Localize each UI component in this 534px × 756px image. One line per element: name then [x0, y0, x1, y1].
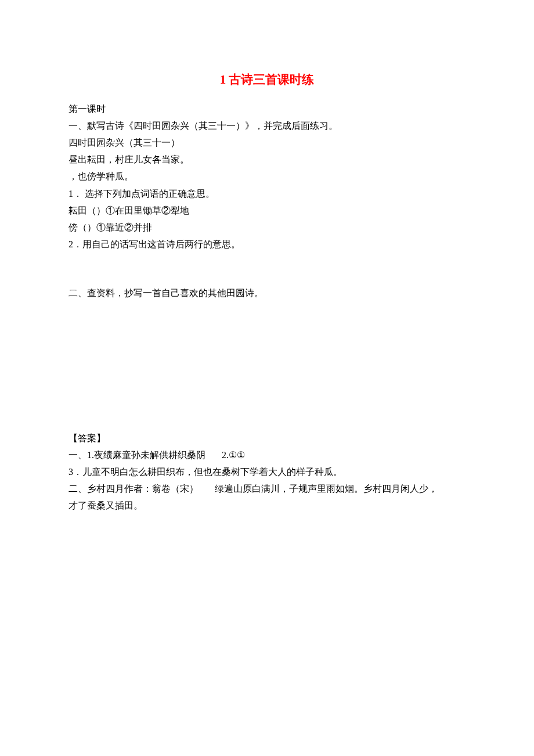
question-1-sub2: 2．用自己的话写出这首诗后两行的意思。: [68, 236, 466, 252]
answer-2-line1: 二、乡村四月作者：翁卷（宋）绿遍山原白满川，子规声里雨如烟。乡村四月闲人少，: [68, 481, 466, 496]
answer-1-line1: 一、1.夜绩麻童孙未解供耕织桑阴2.①①: [68, 447, 466, 463]
answer-1-part1: 一、1.夜绩麻童孙未解供耕织桑阴: [68, 450, 205, 460]
question-2-heading: 二、查资料，抄写一首自己喜欢的其他田园诗。: [68, 285, 466, 301]
question-1-sub1: 1． 选择下列加点词语的正确意思。: [68, 186, 466, 201]
question-1-sub1-option1: 耘田（）①在田里锄草②犁地: [68, 203, 466, 218]
question-1-sub1-option2: 傍（）①靠近②并排: [68, 219, 466, 235]
answer-1-part2: 2.①①: [222, 450, 245, 460]
lesson-header: 第一课时: [68, 101, 466, 117]
answer-2-part2: 绿遍山原白满川，子规声里雨如烟。乡村四月闲人少，: [215, 484, 438, 494]
document-title: 1 古诗三首课时练: [68, 70, 466, 91]
poem-line-2: ，也傍学种瓜。: [68, 168, 466, 184]
answers-header: 【答案】: [68, 430, 466, 446]
question-1-heading: 一、默写古诗《四时田园杂兴（其三十一）》，并完成后面练习。: [68, 118, 466, 134]
answer-1-line2: 3．儿童不明白怎么耕田织布，但也在桑树下学着大人的样子种瓜。: [68, 464, 466, 480]
answer-2-part1: 二、乡村四月作者：翁卷（宋）: [68, 484, 199, 494]
poem-line-1: 昼出耘田，村庄儿女各当家。: [68, 152, 466, 167]
poem-title: 四时田园杂兴（其三十一）: [68, 135, 466, 150]
answer-2-line2: 才了蚕桑又插田。: [68, 498, 466, 513]
